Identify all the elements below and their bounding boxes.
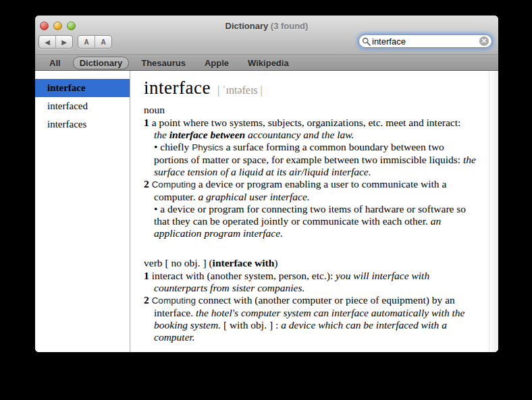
text-run: interface between [169, 129, 245, 140]
sidebar-item-interfaces[interactable]: interfaces [35, 115, 130, 134]
results-sidebar: interfaceinterfacedinterfaces [35, 71, 130, 352]
pronunciation: | ˈɪntəfeɪs | [217, 84, 263, 96]
subject-label: Computing [152, 179, 196, 190]
window-title: Dictionary (3 found) [35, 21, 498, 31]
sense-number: 1 [144, 117, 152, 128]
tab-dictionary[interactable]: Dictionary [73, 57, 130, 69]
headword: interface [144, 78, 211, 98]
sidebar-item-interfaced[interactable]: interfaced [35, 97, 130, 115]
sense-number: 2 [144, 294, 152, 306]
font-larger-button[interactable]: A [95, 36, 111, 48]
search-input[interactable] [371, 36, 479, 47]
part-of-speech: noun [144, 104, 476, 116]
entry-section: verb [ no obj. ] (interface with)1 inter… [144, 257, 476, 343]
text-run: • chiefly [154, 141, 192, 152]
tab-wikipedia[interactable]: Wikipedia [241, 57, 296, 69]
text-run: verb [ no obj. ] ( [144, 257, 213, 268]
text-run: a graphical user interface. [198, 191, 309, 202]
text-run: ) [274, 257, 277, 268]
headword-row: interface | ˈɪntəfeɪs | [144, 78, 475, 98]
font-smaller-button[interactable]: A [78, 36, 95, 48]
sub-sense: • a device or program for connecting two… [144, 203, 476, 239]
text-run: noun [144, 104, 165, 115]
content-area: interfaceinterfacedinterfaces interface … [35, 71, 498, 352]
text-run: interact with (another system, person, e… [152, 270, 336, 281]
text-run: interface with [213, 257, 275, 268]
scrollbar-track[interactable] [489, 71, 498, 352]
sidebar-item-interface[interactable]: interface [35, 79, 130, 97]
sub-sense: • chiefly Physics a surface forming a co… [144, 141, 476, 178]
text-run: a point where two systems, subjects, org… [152, 117, 461, 128]
entry-body: noun1 a point where two systems, subject… [144, 104, 476, 343]
text-run: • a device or program for connecting two… [154, 203, 466, 227]
back-button[interactable]: ◀ [39, 36, 55, 48]
sense-definition: 2 Computing a device or program enabling… [144, 178, 476, 203]
text-run: accountancy and the law. [245, 129, 354, 140]
search-field[interactable]: ✕ [358, 34, 492, 48]
part-of-speech: verb [ no obj. ] (interface with) [144, 257, 476, 269]
sense-definition: 2 Computing connect with (another comput… [144, 294, 476, 343]
source-tab-bar: AllDictionaryThesaurusAppleWikipedia [35, 55, 498, 71]
text-run: [ with obj. ] : [221, 319, 281, 331]
tab-thesaurus[interactable]: Thesaurus [134, 57, 192, 69]
text-run: the [154, 129, 169, 140]
window-chrome: Dictionary (3 found) ◀ ▶ A A ✕ [35, 16, 498, 55]
sense-definition: 1 interact with (another system, person,… [144, 270, 476, 294]
definition-pane: interface | ˈɪntəfeɪs | noun1 a point wh… [130, 71, 498, 352]
tab-all[interactable]: All [43, 57, 68, 69]
sense-number: 2 [144, 178, 152, 190]
clear-search-icon[interactable]: ✕ [479, 36, 489, 46]
nav-button-group: ◀ ▶ [38, 35, 73, 49]
search-icon [362, 37, 371, 46]
sense-definition: 1 a point where two systems, subjects, o… [144, 117, 476, 141]
entry-section: noun1 a point where two systems, subject… [144, 104, 476, 239]
subject-label: Physics [192, 142, 223, 152]
desktop-background: { "window": { "title": "Dictionary", "ti… [0, 0, 532, 400]
subject-label: Computing [152, 295, 196, 306]
window-title-text: Dictionary [225, 21, 269, 31]
forward-button[interactable]: ▶ [55, 36, 72, 48]
sense-number: 1 [144, 270, 152, 281]
font-size-button-group: A A [78, 35, 112, 49]
result-count: (3 found) [271, 21, 309, 31]
tab-apple[interactable]: Apple [198, 57, 236, 69]
dictionary-window: Dictionary (3 found) ◀ ▶ A A ✕ AllDictio… [35, 16, 498, 352]
